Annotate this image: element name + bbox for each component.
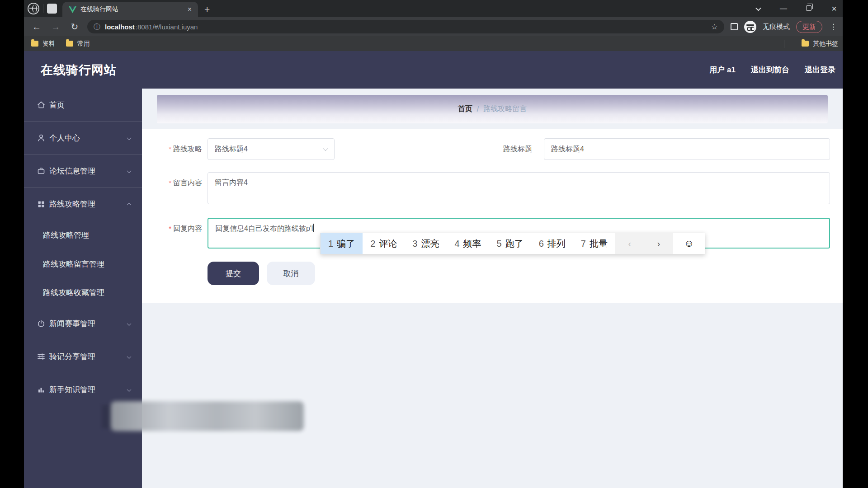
window-menu-chevron[interactable]: [752, 5, 764, 13]
back-button[interactable]: ←: [30, 22, 43, 32]
chevron-down-icon: [127, 352, 131, 361]
new-tab-button[interactable]: +: [198, 2, 216, 17]
home-icon: [37, 101, 45, 109]
user-icon: [37, 134, 45, 142]
submit-button[interactable]: 提交: [208, 262, 259, 285]
sidebar-item-route-strategy[interactable]: 路线攻略管理: [24, 188, 142, 221]
message-value: 留言内容4: [215, 178, 248, 186]
message-textarea[interactable]: 留言内容4: [208, 172, 830, 204]
incognito-label: 无痕模式: [763, 23, 790, 31]
ime-prev-page-icon[interactable]: ‹: [615, 233, 644, 254]
ime-candidate[interactable]: 3漂亮: [405, 233, 447, 254]
route-title-input[interactable]: 路线标题4: [544, 138, 830, 160]
browser-window: 在线骑行网站 × + — × ← → ↻ ⓘ localhost :8081/#…: [24, 0, 843, 488]
ime-emoji-icon[interactable]: ☺: [673, 233, 705, 254]
sidebar-item-riding-share[interactable]: 骑记分享管理: [24, 340, 142, 373]
bookmarks-separator: [784, 40, 784, 48]
ime-composition-text: p'l: [306, 225, 313, 232]
ime-candidate[interactable]: 5跑了: [489, 233, 531, 254]
folder-icon: [802, 41, 809, 47]
sliders-icon: [37, 352, 45, 361]
form-card: *路线攻略 路线标题4 路线标题 路线标题4: [142, 129, 843, 303]
ime-candidate[interactable]: 1骗了: [321, 233, 363, 254]
ime-candidate[interactable]: 7批量: [573, 233, 615, 254]
chevron-down-icon: [127, 134, 131, 142]
active-tab[interactable]: 在线骑行网站 ×: [62, 2, 198, 17]
bar-chart-icon: [37, 385, 45, 394]
breadcrumb: 首页 / 路线攻略留言: [157, 95, 828, 123]
browser-logo-icon[interactable]: [28, 3, 39, 14]
chevron-up-icon: [127, 200, 131, 208]
cancel-button[interactable]: 取消: [267, 262, 315, 285]
blurred-watermark: [111, 401, 304, 431]
chevron-down-icon: [127, 319, 131, 328]
vue-logo-icon: [69, 6, 76, 13]
sidebar-item-news-events[interactable]: 新闻赛事管理: [24, 307, 142, 340]
url-host: localhost: [105, 23, 135, 31]
ime-candidate[interactable]: 2评论: [363, 233, 405, 254]
ime-candidate[interactable]: 6排列: [531, 233, 573, 254]
site-title: 在线骑行网站: [41, 62, 117, 78]
ime-next-page-icon[interactable]: ›: [644, 233, 673, 254]
folder-icon: [31, 41, 38, 47]
breadcrumb-divider: /: [477, 105, 479, 113]
breadcrumb-home[interactable]: 首页: [458, 104, 472, 114]
forward-button[interactable]: →: [49, 22, 62, 32]
site-info-icon[interactable]: ⓘ: [94, 23, 100, 31]
route-title-label: 路线标题: [458, 138, 532, 160]
route-select[interactable]: 路线标题4: [208, 138, 335, 160]
update-button[interactable]: 更新: [796, 21, 822, 33]
browser-menu-icon[interactable]: ⋮: [829, 22, 838, 32]
tab-title: 在线骑行网站: [80, 5, 182, 14]
reload-button[interactable]: ↻: [68, 21, 81, 32]
incognito-icon: [744, 21, 756, 33]
bookmarks-bar: 资料 常用 其他书签: [24, 36, 843, 51]
ime-candidate[interactable]: 4频率: [447, 233, 489, 254]
other-bookmarks[interactable]: 其他书签: [802, 40, 838, 48]
screen: 在线骑行网站 × + — × ← → ↻ ⓘ localhost :8081/#…: [0, 0, 868, 488]
pinned-tab-icon[interactable]: [47, 4, 57, 14]
sidebar-item-forum-info[interactable]: 论坛信息管理: [24, 155, 142, 188]
side-panel-icon[interactable]: [731, 23, 738, 30]
chevron-down-icon: [127, 385, 131, 394]
chevron-down-icon: [127, 167, 131, 175]
route-title-value: 路线标题4: [551, 145, 584, 154]
address-bar[interactable]: ⓘ localhost :8081/#/luxianLiuyan ☆: [87, 20, 724, 33]
tab-separator: [43, 4, 43, 13]
ime-candidate-bar: 1骗了 2评论 3漂亮 4频率 5跑了 6排列: [320, 233, 705, 254]
sidebar-subitem-route-favorite-manage[interactable]: 路线攻略收藏管理: [24, 278, 142, 307]
browser-toolbar: ← → ↻ ⓘ localhost :8081/#/luxianLiuyan ☆…: [24, 17, 843, 36]
route-select-value: 路线标题4: [215, 145, 248, 154]
power-icon: [37, 319, 45, 328]
sidebar-item-personal-center[interactable]: 个人中心: [24, 122, 142, 155]
breadcrumb-current: 路线攻略留言: [483, 104, 527, 114]
sidebar-subitem-route-message-manage[interactable]: 路线攻略留言管理: [24, 249, 142, 278]
url-path: :8081/#/luxianLiuyan: [136, 23, 198, 31]
sidebar-subitem-route-manage[interactable]: 路线攻略管理: [24, 221, 142, 249]
briefcase-icon: [37, 167, 45, 175]
tab-close-icon[interactable]: ×: [186, 6, 193, 13]
chevron-down-icon: [323, 146, 328, 151]
grid-icon: [37, 200, 45, 208]
header-exit-front-link[interactable]: 退出到前台: [751, 65, 789, 75]
message-field-label: *留言内容: [142, 172, 202, 194]
window-close-button[interactable]: ×: [828, 4, 840, 14]
tab-strip: 在线骑行网站 × + — ×: [24, 0, 843, 17]
folder-icon: [66, 41, 73, 47]
bookmark-star-icon[interactable]: ☆: [711, 22, 718, 32]
web-page: 在线骑行网站 用户 a1 退出到前台 退出登录 首页: [24, 51, 843, 488]
site-header: 在线骑行网站 用户 a1 退出到前台 退出登录: [24, 51, 843, 89]
header-user-link[interactable]: 用户 a1: [709, 65, 736, 75]
reply-field-label: *回复内容: [142, 218, 202, 239]
reply-value: 回复信息4自己发布的路线被: [215, 225, 306, 232]
text-caret: [313, 224, 314, 232]
bookmark-folder-ziliao[interactable]: 资料: [31, 40, 55, 48]
bookmark-folder-changyong[interactable]: 常用: [66, 40, 90, 48]
sidebar-item-home[interactable]: 首页: [24, 89, 142, 122]
window-minimize-button[interactable]: —: [778, 5, 789, 13]
header-logout-link[interactable]: 退出登录: [805, 65, 835, 75]
window-restore-button[interactable]: [803, 5, 815, 13]
route-field-label: *路线攻略: [142, 138, 202, 160]
